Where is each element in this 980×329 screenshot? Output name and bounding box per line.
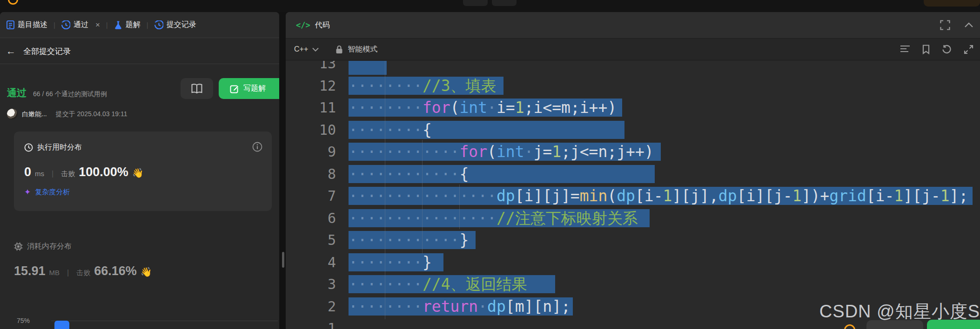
- expand-diagonal-icon[interactable]: [964, 45, 973, 54]
- write-solution-label: 写题解: [243, 84, 266, 93]
- line-number: 7: [286, 185, 336, 207]
- selection-highlight: [349, 61, 387, 75]
- selection-highlight: ············}: [349, 231, 476, 249]
- line-number: 5: [286, 229, 336, 251]
- code-panel: </> 代码 C++ 智能模式: [286, 12, 980, 329]
- back-arrow-icon[interactable]: ←: [6, 46, 16, 57]
- runtime-value: 0: [24, 165, 31, 179]
- panel-scrollbar[interactable]: [282, 252, 284, 268]
- tab-solutions[interactable]: 题解: [114, 20, 141, 30]
- code-line[interactable]: 7················dp[i][j]=min(dp[i-1][j]…: [349, 185, 980, 207]
- complexity-link[interactable]: 复杂度分析: [35, 188, 70, 197]
- selection-highlight: ············for(int·j=1;j<=n;j++): [349, 143, 661, 161]
- memory-title-row: 消耗内存分布: [14, 242, 72, 251]
- history-icon: [61, 20, 70, 29]
- divider: |: [67, 269, 69, 277]
- tab-label: 通过: [74, 20, 88, 30]
- line-number: 3: [286, 273, 336, 296]
- code-line[interactable]: 12········//3、填表: [349, 75, 980, 97]
- chart-gridline: [51, 321, 278, 321]
- code-line[interactable]: 3········//4、返回结果: [349, 273, 980, 296]
- status-badge: 通过: [7, 86, 27, 99]
- document-icon: [7, 20, 14, 29]
- notebook-button[interactable]: [181, 78, 213, 99]
- code-panel-header: </> 代码: [286, 12, 980, 38]
- lock-icon: [336, 45, 343, 54]
- selection-highlight: ········//4、返回结果: [349, 275, 555, 293]
- browser-top-strip: [0, 0, 980, 12]
- beat-label: 击败: [76, 269, 90, 277]
- runtime-value-row: 0 ms | 击败 100.00% 👋: [24, 165, 144, 179]
- selection-highlight: ········}: [349, 253, 443, 271]
- chart-bar[interactable]: [54, 321, 69, 329]
- close-icon[interactable]: ×: [95, 20, 100, 30]
- memory-value: 15.91: [14, 264, 46, 278]
- selection-highlight: ········{: [349, 121, 624, 139]
- app-window: 题目描述 | 通过 × | 题解 | 提交: [0, 0, 980, 329]
- memory-value-row: 15.91 MB | 击败 66.16% 👋: [14, 264, 152, 278]
- fullscreen-icon[interactable]: [940, 20, 950, 30]
- line-number: 4: [286, 251, 336, 274]
- bookmark-icon[interactable]: [922, 45, 930, 54]
- history-icon: [154, 20, 163, 29]
- line-number: 1: [286, 317, 336, 329]
- runtime-title: 执行用时分布: [37, 143, 82, 152]
- submitter-row: 白嫩能... 提交于 2025.04.03 19:11: [7, 109, 128, 119]
- book-icon: [191, 84, 203, 94]
- user-avatar-cutoff[interactable]: [924, 0, 980, 7]
- username[interactable]: 白嫩能...: [22, 110, 47, 118]
- selection-highlight: ················dp[i][j]=min(dp[i-1][j],…: [349, 187, 973, 205]
- clock-icon: [24, 143, 33, 152]
- editor-toolbar: C++ 智能模式: [286, 38, 980, 60]
- tab-problem-description[interactable]: 题目描述: [7, 20, 47, 30]
- selection-highlight: ········return·dp[m][n];: [349, 297, 573, 316]
- sparkle-icon: ✦: [24, 187, 31, 197]
- code-line[interactable]: 10········{: [349, 119, 980, 141]
- chart-tick-label: 75%: [17, 317, 30, 324]
- indent-guide: [459, 184, 460, 229]
- top-toolbar-button[interactable]: [463, 0, 488, 6]
- code-line[interactable]: 11········for(int·i=1;i<=m;i++): [349, 97, 980, 119]
- submitted-time: 提交于 2025.04.03 19:11: [56, 110, 128, 118]
- info-icon[interactable]: [252, 142, 262, 152]
- code-editor[interactable]: 1312········//3、填表11········for(int·i=1;…: [286, 61, 980, 329]
- tab-separator: |: [54, 21, 55, 29]
- smart-mode-label[interactable]: 智能模式: [348, 45, 377, 54]
- memory-title: 消耗内存分布: [27, 242, 72, 251]
- chevron-down-icon[interactable]: [312, 47, 319, 52]
- tab-separator: |: [147, 21, 148, 29]
- testcases-text: 66 / 66 个通过的测试用例: [33, 90, 107, 99]
- code-line[interactable]: 5············}: [349, 229, 980, 251]
- code-line[interactable]: 6················//注意下标映射关系: [349, 207, 980, 230]
- top-toolbar-button[interactable]: [492, 0, 517, 6]
- code-line[interactable]: 9············for(int·j=1;j<=n;j++): [349, 141, 980, 163]
- wave-hand-icon: 👋: [141, 266, 152, 277]
- code-tag-icon: </>: [296, 20, 310, 30]
- line-number: 12: [286, 75, 336, 97]
- complexity-row: ✦ 复杂度分析: [24, 187, 70, 197]
- line-number: 13: [286, 61, 336, 75]
- divider: |: [52, 170, 54, 178]
- indent-guide: [385, 61, 385, 319]
- chip-icon: [14, 242, 23, 251]
- tab-label: 提交记录: [167, 20, 196, 30]
- runtime-card: 执行用时分布 0 ms | 击败 100.00% 👋 ✦ 复杂度分析: [14, 132, 272, 211]
- format-lines-icon[interactable]: [900, 45, 910, 53]
- avatar: [7, 109, 18, 119]
- code-line[interactable]: 8············{: [349, 163, 980, 185]
- memory-unit: MB: [49, 269, 60, 276]
- line-number: 9: [286, 141, 336, 163]
- code-line[interactable]: 4········}: [349, 251, 980, 274]
- language-selector[interactable]: C++: [294, 45, 308, 53]
- chevron-up-icon[interactable]: [964, 22, 973, 28]
- tab-passed[interactable]: 通过 ×: [61, 20, 100, 30]
- runtime-unit: ms: [35, 170, 44, 178]
- selection-highlight: ········for(int·i=1;i<=m;i++): [349, 99, 622, 117]
- write-solution-button[interactable]: 写题解: [219, 78, 279, 99]
- undo-icon[interactable]: [942, 45, 952, 54]
- line-number: 11: [286, 97, 336, 119]
- tab-separator: |: [106, 21, 108, 29]
- left-panel: 题目描述 | 通过 × | 题解 | 提交: [0, 12, 279, 329]
- tab-submission-records[interactable]: 提交记录: [154, 20, 196, 30]
- code-line[interactable]: 13: [349, 61, 980, 75]
